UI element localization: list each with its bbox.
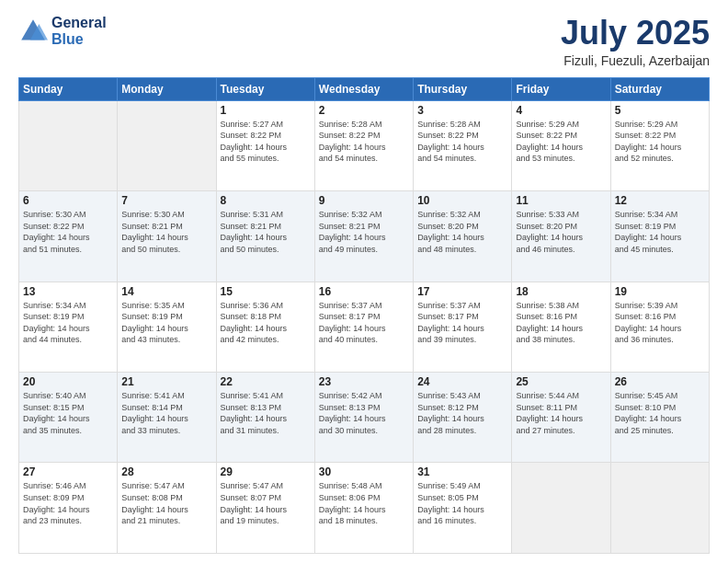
calendar-cell: 31Sunrise: 5:49 AM Sunset: 8:05 PM Dayli… xyxy=(414,463,512,554)
day-number: 26 xyxy=(615,375,705,388)
calendar-cell xyxy=(512,463,610,554)
day-number: 25 xyxy=(516,375,606,388)
calendar-cell: 27Sunrise: 5:46 AM Sunset: 8:09 PM Dayli… xyxy=(19,463,118,554)
calendar-cell: 19Sunrise: 5:39 AM Sunset: 8:16 PM Dayli… xyxy=(610,282,709,372)
calendar-cell: 10Sunrise: 5:32 AM Sunset: 8:20 PM Dayli… xyxy=(414,191,512,282)
calendar-cell: 1Sunrise: 5:27 AM Sunset: 8:22 PM Daylig… xyxy=(216,100,314,190)
day-number: 9 xyxy=(319,194,409,207)
day-number: 1 xyxy=(221,104,311,117)
month-title: July 2025 xyxy=(561,15,710,52)
day-info: Sunrise: 5:38 AM Sunset: 8:16 PM Dayligh… xyxy=(516,300,606,346)
day-number: 10 xyxy=(417,194,507,207)
day-number: 17 xyxy=(417,285,507,298)
day-info: Sunrise: 5:35 AM Sunset: 8:19 PM Dayligh… xyxy=(121,300,211,346)
location: Fizuli, Fuezuli, Azerbaijan xyxy=(561,53,710,68)
calendar-cell: 13Sunrise: 5:34 AM Sunset: 8:19 PM Dayli… xyxy=(19,282,118,372)
day-number: 23 xyxy=(319,375,409,388)
day-info: Sunrise: 5:44 AM Sunset: 8:11 PM Dayligh… xyxy=(516,390,606,436)
calendar-cell: 24Sunrise: 5:43 AM Sunset: 8:12 PM Dayli… xyxy=(414,373,512,463)
col-header-thursday: Thursday xyxy=(414,77,512,100)
calendar-header-row: SundayMondayTuesdayWednesdayThursdayFrid… xyxy=(19,77,710,100)
page: General Blue July 2025 Fizuli, Fuezuli, … xyxy=(0,0,728,563)
day-info: Sunrise: 5:32 AM Sunset: 8:21 PM Dayligh… xyxy=(319,209,409,255)
calendar-cell: 4Sunrise: 5:29 AM Sunset: 8:22 PM Daylig… xyxy=(512,100,610,190)
logo-icon xyxy=(18,17,48,46)
day-number: 30 xyxy=(319,465,409,478)
logo: General Blue xyxy=(18,15,107,48)
calendar-cell: 18Sunrise: 5:38 AM Sunset: 8:16 PM Dayli… xyxy=(512,282,610,372)
day-info: Sunrise: 5:42 AM Sunset: 8:13 PM Dayligh… xyxy=(319,390,409,436)
day-info: Sunrise: 5:47 AM Sunset: 8:07 PM Dayligh… xyxy=(221,480,311,526)
calendar-cell: 6Sunrise: 5:30 AM Sunset: 8:22 PM Daylig… xyxy=(19,191,118,282)
calendar-cell: 28Sunrise: 5:47 AM Sunset: 8:08 PM Dayli… xyxy=(118,463,216,554)
day-number: 5 xyxy=(615,104,705,117)
day-info: Sunrise: 5:48 AM Sunset: 8:06 PM Dayligh… xyxy=(319,480,409,526)
day-info: Sunrise: 5:36 AM Sunset: 8:18 PM Dayligh… xyxy=(221,300,311,346)
calendar-cell: 21Sunrise: 5:41 AM Sunset: 8:14 PM Dayli… xyxy=(118,373,216,463)
day-info: Sunrise: 5:28 AM Sunset: 8:22 PM Dayligh… xyxy=(319,119,409,165)
calendar-cell: 2Sunrise: 5:28 AM Sunset: 8:22 PM Daylig… xyxy=(314,100,413,190)
week-row-5: 27Sunrise: 5:46 AM Sunset: 8:09 PM Dayli… xyxy=(19,463,710,554)
calendar-cell: 7Sunrise: 5:30 AM Sunset: 8:21 PM Daylig… xyxy=(118,191,216,282)
calendar-cell: 26Sunrise: 5:45 AM Sunset: 8:10 PM Dayli… xyxy=(610,373,709,463)
col-header-monday: Monday xyxy=(118,77,216,100)
calendar-cell: 23Sunrise: 5:42 AM Sunset: 8:13 PM Dayli… xyxy=(314,373,413,463)
week-row-2: 6Sunrise: 5:30 AM Sunset: 8:22 PM Daylig… xyxy=(19,191,710,282)
day-info: Sunrise: 5:33 AM Sunset: 8:20 PM Dayligh… xyxy=(516,209,606,255)
day-number: 2 xyxy=(319,104,409,117)
calendar-cell xyxy=(118,100,216,190)
calendar-cell: 25Sunrise: 5:44 AM Sunset: 8:11 PM Dayli… xyxy=(512,373,610,463)
day-number: 6 xyxy=(23,194,113,207)
calendar-cell: 3Sunrise: 5:28 AM Sunset: 8:22 PM Daylig… xyxy=(414,100,512,190)
day-info: Sunrise: 5:27 AM Sunset: 8:22 PM Dayligh… xyxy=(221,119,311,165)
title-block: July 2025 Fizuli, Fuezuli, Azerbaijan xyxy=(561,15,710,68)
day-info: Sunrise: 5:40 AM Sunset: 8:15 PM Dayligh… xyxy=(23,390,113,436)
calendar-cell: 30Sunrise: 5:48 AM Sunset: 8:06 PM Dayli… xyxy=(314,463,413,554)
week-row-4: 20Sunrise: 5:40 AM Sunset: 8:15 PM Dayli… xyxy=(19,373,710,463)
day-info: Sunrise: 5:41 AM Sunset: 8:14 PM Dayligh… xyxy=(121,390,211,436)
day-number: 15 xyxy=(221,285,311,298)
day-number: 16 xyxy=(319,285,409,298)
calendar-cell: 14Sunrise: 5:35 AM Sunset: 8:19 PM Dayli… xyxy=(118,282,216,372)
col-header-friday: Friday xyxy=(512,77,610,100)
day-number: 28 xyxy=(121,465,211,478)
calendar-cell: 15Sunrise: 5:36 AM Sunset: 8:18 PM Dayli… xyxy=(216,282,314,372)
calendar-cell: 9Sunrise: 5:32 AM Sunset: 8:21 PM Daylig… xyxy=(314,191,413,282)
calendar-cell: 29Sunrise: 5:47 AM Sunset: 8:07 PM Dayli… xyxy=(216,463,314,554)
day-info: Sunrise: 5:47 AM Sunset: 8:08 PM Dayligh… xyxy=(121,480,211,526)
day-info: Sunrise: 5:29 AM Sunset: 8:22 PM Dayligh… xyxy=(615,119,705,165)
day-number: 18 xyxy=(516,285,606,298)
day-info: Sunrise: 5:37 AM Sunset: 8:17 PM Dayligh… xyxy=(319,300,409,346)
day-number: 12 xyxy=(615,194,705,207)
week-row-1: 1Sunrise: 5:27 AM Sunset: 8:22 PM Daylig… xyxy=(19,100,710,190)
day-number: 29 xyxy=(221,465,311,478)
day-info: Sunrise: 5:46 AM Sunset: 8:09 PM Dayligh… xyxy=(23,480,113,526)
day-info: Sunrise: 5:34 AM Sunset: 8:19 PM Dayligh… xyxy=(23,300,113,346)
header: General Blue July 2025 Fizuli, Fuezuli, … xyxy=(18,15,710,68)
calendar-table: SundayMondayTuesdayWednesdayThursdayFrid… xyxy=(18,77,710,554)
day-info: Sunrise: 5:29 AM Sunset: 8:22 PM Dayligh… xyxy=(516,119,606,165)
calendar-cell: 22Sunrise: 5:41 AM Sunset: 8:13 PM Dayli… xyxy=(216,373,314,463)
day-number: 14 xyxy=(121,285,211,298)
day-info: Sunrise: 5:37 AM Sunset: 8:17 PM Dayligh… xyxy=(417,300,507,346)
calendar-cell: 16Sunrise: 5:37 AM Sunset: 8:17 PM Dayli… xyxy=(314,282,413,372)
calendar-cell xyxy=(19,100,118,190)
col-header-saturday: Saturday xyxy=(610,77,709,100)
day-info: Sunrise: 5:31 AM Sunset: 8:21 PM Dayligh… xyxy=(221,209,311,255)
calendar-cell: 11Sunrise: 5:33 AM Sunset: 8:20 PM Dayli… xyxy=(512,191,610,282)
logo-text: General Blue xyxy=(51,15,107,48)
calendar-cell: 17Sunrise: 5:37 AM Sunset: 8:17 PM Dayli… xyxy=(414,282,512,372)
day-number: 8 xyxy=(221,194,311,207)
day-info: Sunrise: 5:45 AM Sunset: 8:10 PM Dayligh… xyxy=(615,390,705,436)
day-number: 31 xyxy=(417,465,507,478)
day-info: Sunrise: 5:30 AM Sunset: 8:21 PM Dayligh… xyxy=(121,209,211,255)
day-info: Sunrise: 5:34 AM Sunset: 8:19 PM Dayligh… xyxy=(615,209,705,255)
day-number: 20 xyxy=(23,375,113,388)
calendar-cell: 5Sunrise: 5:29 AM Sunset: 8:22 PM Daylig… xyxy=(610,100,709,190)
day-info: Sunrise: 5:30 AM Sunset: 8:22 PM Dayligh… xyxy=(23,209,113,255)
day-number: 4 xyxy=(516,104,606,117)
day-number: 19 xyxy=(615,285,705,298)
day-number: 22 xyxy=(221,375,311,388)
day-info: Sunrise: 5:41 AM Sunset: 8:13 PM Dayligh… xyxy=(221,390,311,436)
day-number: 11 xyxy=(516,194,606,207)
